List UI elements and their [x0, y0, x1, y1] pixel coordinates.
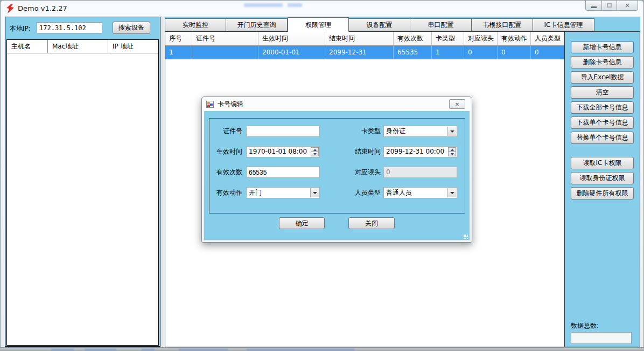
end-time-picker[interactable]: 2099-12-31 00:00: [383, 146, 457, 157]
dialog-titlebar[interactable]: 卡号编辑: [202, 97, 472, 111]
chevron-down-icon[interactable]: [447, 127, 456, 136]
read-id-permission-button[interactable]: 读取身份证权限: [571, 172, 634, 184]
valid-count-label: 有效次数: [208, 167, 242, 178]
card-type-label: 卡类型: [348, 126, 381, 137]
dialog-body: 证件号 卡类型 身份证 生效时间 1970-01-01 08:00 结束时间: [204, 111, 470, 240]
minimize-button[interactable]: [585, 1, 601, 11]
col-card-type[interactable]: 卡类型: [432, 32, 464, 45]
col-index[interactable]: 序号: [165, 32, 192, 45]
import-excel-button[interactable]: 导入Excel数据: [571, 71, 634, 84]
col-action[interactable]: 有效动作: [498, 32, 531, 45]
tab-serial-config[interactable]: 串口配置: [410, 18, 472, 31]
cell-card-type: 1: [432, 46, 464, 59]
cell-reader: 0: [464, 46, 498, 59]
screen: Demo v1.2.27 ✕ 本地IP: 搜索设备 主机名 Mac地址 IP 地…: [0, 0, 644, 351]
add-card-button[interactable]: 新增卡号信息: [571, 41, 634, 53]
cell-action: 0: [498, 46, 531, 59]
end-time-value: 2099-12-31 00:00: [386, 148, 444, 155]
local-ip-input[interactable]: [37, 22, 102, 33]
card-id-input[interactable]: [246, 126, 320, 137]
person-type-combobox[interactable]: 普通人员: [383, 187, 457, 198]
clear-button[interactable]: 清空: [571, 86, 634, 99]
start-time-spinner[interactable]: [311, 147, 319, 156]
replace-single-card-button[interactable]: 替换单个卡号信息: [571, 132, 634, 144]
dialog-app-icon: [206, 101, 214, 108]
card-id-label: 证件号: [208, 126, 242, 137]
minimize-icon: [591, 6, 597, 8]
total-count-input[interactable]: [571, 332, 632, 344]
desktop-sliver-mark: [51, 349, 74, 350]
column-header-mac[interactable]: Mac地址: [48, 40, 108, 53]
column-header-hostname[interactable]: 主机名: [7, 40, 48, 53]
dialog-close-action-button[interactable]: 关闭: [348, 217, 395, 229]
tab-wiegand-config[interactable]: 韦根接口配置: [472, 18, 533, 31]
tab-device-config[interactable]: 设备配置: [349, 18, 410, 31]
valid-count-input[interactable]: [246, 167, 320, 178]
device-panel: 本地IP: 搜索设备 主机名 Mac地址 IP 地址: [5, 17, 160, 347]
delete-card-button[interactable]: 删除卡号信息: [571, 56, 634, 68]
col-end-time[interactable]: 结束时间: [325, 32, 394, 45]
desktop-sliver-mark: [179, 349, 228, 350]
card-edit-dialog: 卡号编辑 ✕ 证件号 卡类型 身份证 生效时间 1970-01-01 08:00: [201, 97, 472, 243]
spin-down-icon[interactable]: [448, 152, 456, 156]
titlebar-reflection: [288, 3, 302, 7]
titlebar[interactable]: Demo v1.2.27 ✕: [1, 1, 643, 16]
local-ip-label: 本地IP:: [10, 24, 31, 33]
start-time-value: 1970-01-01 08:00: [249, 148, 307, 155]
search-device-button[interactable]: 搜索设备: [113, 22, 150, 34]
table-row-selected[interactable]: 1 2000-01-01 2099-12-31 65535 1 0 0 0: [165, 46, 564, 59]
cell-index: 1: [165, 46, 192, 59]
cell-start-time: 2000-01-01: [258, 46, 325, 59]
maximize-button[interactable]: [601, 1, 617, 11]
desktop-sliver-mark: [85, 349, 116, 350]
start-time-picker[interactable]: 1970-01-01 08:00: [246, 146, 320, 157]
col-start-time[interactable]: 生效时间: [258, 32, 325, 45]
person-type-value: 普通人员: [386, 189, 412, 196]
col-valid-count[interactable]: 有效次数: [394, 32, 432, 45]
cell-end-time: 2099-12-31: [325, 46, 394, 59]
card-type-value: 身份证: [386, 127, 405, 135]
resize-grip[interactable]: [464, 235, 468, 239]
start-time-label: 生效时间: [208, 146, 242, 157]
tab-permission-management[interactable]: 权限管理: [288, 17, 349, 32]
chevron-down-icon[interactable]: [310, 188, 319, 197]
card-type-combobox[interactable]: 身份证: [383, 126, 457, 137]
end-time-spinner[interactable]: [448, 147, 456, 156]
spin-up-icon[interactable]: [311, 147, 319, 152]
cell-card-id: [192, 46, 258, 59]
tab-realtime-monitor[interactable]: 实时监控: [165, 18, 226, 31]
device-list[interactable]: 主机名 Mac地址 IP 地址: [6, 39, 159, 346]
close-button[interactable]: ✕: [617, 1, 638, 11]
chevron-down-icon[interactable]: [447, 188, 456, 197]
column-header-ip[interactable]: IP 地址: [108, 40, 158, 53]
cell-person-type: 0: [531, 46, 564, 59]
col-reader[interactable]: 对应读头: [464, 32, 498, 45]
reader-label: 对应读头: [348, 167, 381, 178]
reader-input-disabled: 0: [383, 167, 457, 178]
tab-door-history[interactable]: 开门历史查询: [226, 18, 288, 31]
download-all-cards-button[interactable]: 下载全部卡号信息: [571, 101, 634, 114]
action-value: 开门: [249, 189, 262, 196]
desktop-sliver-mark: [247, 349, 354, 350]
download-single-card-button[interactable]: 下载单个卡号信息: [571, 116, 634, 129]
window-title: Demo v1.2.27: [18, 4, 67, 12]
total-count-label: 数据总数:: [571, 321, 599, 331]
maximize-icon: [607, 3, 612, 8]
caption-buttons: ✕: [585, 1, 638, 11]
spin-down-icon[interactable]: [311, 152, 319, 156]
delete-hw-permission-button[interactable]: 删除硬件所有权限: [571, 187, 634, 199]
cell-valid-count: 65535: [394, 46, 432, 59]
ok-button[interactable]: 确定: [279, 217, 325, 229]
col-card-id[interactable]: 证件号: [192, 32, 258, 45]
app-logo-icon: [5, 4, 15, 13]
person-type-label: 人员类型: [348, 187, 381, 198]
close-icon: ✕: [625, 2, 629, 9]
titlebar-reflection: [244, 3, 283, 7]
tab-ic-card-info[interactable]: IC卡信息管理: [533, 18, 594, 31]
col-person-type[interactable]: 人员类型: [531, 32, 564, 45]
dialog-close-button[interactable]: ✕: [449, 99, 465, 109]
action-combobox[interactable]: 开门: [246, 187, 320, 198]
read-ic-permission-button[interactable]: 读取IC卡权限: [571, 157, 634, 169]
spin-up-icon[interactable]: [448, 147, 456, 152]
tab-strip: 实时监控 开门历史查询 权限管理 设备配置 串口配置 韦根接口配置 IC卡信息管…: [165, 18, 594, 31]
